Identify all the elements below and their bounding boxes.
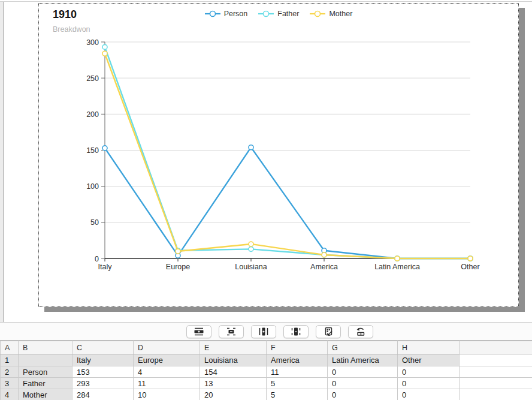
legend-label: Mother xyxy=(329,10,352,18)
y-tick-label: 0 xyxy=(95,255,99,263)
cell[interactable]: 4 xyxy=(134,366,200,378)
legend-item-mother[interactable]: Mother xyxy=(310,10,352,18)
insert-row-button[interactable] xyxy=(186,325,211,338)
cell[interactable]: Person xyxy=(19,366,72,378)
cell[interactable]: 0 xyxy=(328,389,398,400)
cell[interactable]: 0 xyxy=(398,366,460,378)
cell[interactable]: 10 xyxy=(134,389,200,400)
x-tick-label: Other xyxy=(461,263,479,271)
column-header-e[interactable]: E xyxy=(200,341,267,354)
cell[interactable]: 5 xyxy=(267,389,328,400)
import-data-icon xyxy=(322,327,334,336)
y-tick-label: 50 xyxy=(90,218,99,227)
sheet-row-3: 3Father2931113500 xyxy=(1,378,532,389)
cell[interactable]: 153 xyxy=(72,366,134,378)
cell[interactable]: 0 xyxy=(328,378,398,389)
chart-legend: PersonFatherMother xyxy=(39,10,518,18)
revert-button[interactable] xyxy=(348,325,373,338)
insert-column-button[interactable] xyxy=(251,325,276,338)
x-tick-label: Europe xyxy=(166,263,190,271)
series-line-father xyxy=(105,47,470,258)
chart-data-spreadsheet: ABCDEFGH 1ItalyEuropeLouisianaAmericaLat… xyxy=(0,341,532,400)
legend-marker-icon xyxy=(310,10,325,17)
cell[interactable]: 20 xyxy=(200,389,267,400)
cell[interactable]: 284 xyxy=(72,389,134,400)
delete-row-button[interactable] xyxy=(219,325,244,338)
data-point-person-0 xyxy=(102,146,107,151)
column-header-empty[interactable] xyxy=(460,341,532,354)
sheet-row-4: 4Mother2841020500 xyxy=(1,389,532,400)
cell[interactable]: Italy xyxy=(72,354,134,366)
cell[interactable] xyxy=(460,366,532,378)
data-point-mother-2 xyxy=(249,242,253,246)
sheet-row-2: 2Person15341541100 xyxy=(1,366,532,378)
cell[interactable]: 11 xyxy=(267,366,328,378)
revert-icon xyxy=(355,327,367,336)
data-point-mother-3 xyxy=(322,252,327,257)
window-top-divider xyxy=(0,1,532,2)
row-number[interactable]: 4 xyxy=(1,389,19,400)
cell[interactable]: Louisiana xyxy=(200,354,267,366)
data-point-mother-1 xyxy=(176,249,180,254)
cell[interactable]: 293 xyxy=(72,378,134,389)
legend-item-person[interactable]: Person xyxy=(205,10,248,18)
cell[interactable] xyxy=(460,354,532,366)
selected-chart-object[interactable]: 050100150200250300ItalyEuropeLouisianaAm… xyxy=(38,3,519,307)
cell[interactable]: America xyxy=(267,354,328,366)
cell[interactable]: Europe xyxy=(134,354,200,366)
column-header-h[interactable]: H xyxy=(398,341,460,354)
data-point-mother-0 xyxy=(102,51,107,56)
row-number[interactable]: 1 xyxy=(1,354,19,366)
column-header-a[interactable]: A xyxy=(1,341,19,354)
x-tick-label: America xyxy=(310,263,338,271)
column-header-b[interactable]: B xyxy=(19,341,72,354)
insert-row-icon xyxy=(193,327,205,336)
y-tick-label: 150 xyxy=(86,146,99,155)
sheet-row-1: 1ItalyEuropeLouisianaAmericaLatin Americ… xyxy=(1,354,532,366)
cell[interactable]: Father xyxy=(19,378,72,389)
cell[interactable]: 11 xyxy=(134,378,200,389)
cell[interactable]: 0 xyxy=(398,389,460,400)
y-tick-label: 250 xyxy=(86,74,99,83)
data-point-mother-5 xyxy=(468,256,473,261)
column-header-f[interactable]: F xyxy=(267,341,328,354)
x-tick-label: Latin America xyxy=(374,263,420,271)
data-point-person-2 xyxy=(249,145,253,150)
chart-subtitle: Breakdwon xyxy=(53,25,90,34)
data-point-mother-4 xyxy=(395,256,400,261)
cell[interactable]: Other xyxy=(398,354,460,366)
cell[interactable]: 0 xyxy=(328,366,398,378)
cell[interactable]: 13 xyxy=(200,378,267,389)
delete-row-icon xyxy=(225,327,237,336)
line-chart-plot: 050100150200250300ItalyEuropeLouisianaAm… xyxy=(39,4,518,306)
legend-label: Father xyxy=(277,10,299,18)
row-number[interactable]: 3 xyxy=(1,378,19,389)
cell[interactable]: 154 xyxy=(200,366,267,378)
legend-marker-icon xyxy=(258,10,274,17)
row-number[interactable]: 2 xyxy=(1,366,19,378)
column-header-c[interactable]: C xyxy=(72,341,134,354)
cell[interactable]: Mother xyxy=(19,389,72,400)
x-tick-label: Louisiana xyxy=(235,263,267,271)
cell[interactable] xyxy=(460,378,532,389)
column-header-g[interactable]: G xyxy=(328,341,398,354)
import-data-button[interactable] xyxy=(316,325,341,338)
cell[interactable] xyxy=(19,354,72,366)
y-tick-label: 300 xyxy=(86,38,99,47)
y-tick-label: 200 xyxy=(86,110,99,119)
legend-item-father[interactable]: Father xyxy=(258,10,299,18)
insert-column-icon xyxy=(258,327,270,336)
cell[interactable]: 5 xyxy=(267,378,328,389)
y-tick-label: 100 xyxy=(86,182,99,191)
legend-marker-icon xyxy=(205,10,220,17)
canvas-left-edge xyxy=(0,2,4,322)
data-point-father-2 xyxy=(249,246,253,251)
delete-column-button[interactable] xyxy=(283,325,309,338)
x-tick-label: Italy xyxy=(98,263,113,271)
cell[interactable] xyxy=(460,389,532,400)
delete-column-icon xyxy=(290,327,302,336)
cell[interactable]: Latin America xyxy=(328,354,398,366)
chart-data-toolbar xyxy=(0,322,532,341)
column-header-d[interactable]: D xyxy=(134,341,200,354)
cell[interactable]: 0 xyxy=(398,378,460,389)
